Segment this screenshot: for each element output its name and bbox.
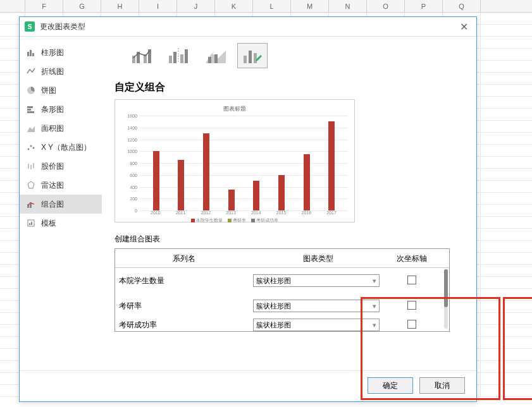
chart-type-select[interactable]: 簇状柱形图▾ bbox=[253, 300, 380, 312]
column-header[interactable]: L bbox=[253, 0, 291, 12]
chart-legend: 本院学生数量考研率考研成功率 bbox=[121, 217, 348, 224]
column-header[interactable]: H bbox=[101, 0, 139, 12]
column-header[interactable]: I bbox=[139, 0, 177, 12]
bar bbox=[253, 181, 259, 210]
chart-type-icon bbox=[26, 142, 36, 152]
change-chart-type-dialog: S 更改图表类型 ✕ 柱形图折线图饼图条形图面积图X Y（散点图）股价图雷达图组… bbox=[19, 16, 477, 402]
series-name-cell: 考研率 bbox=[115, 301, 253, 312]
combo-thumb-custom[interactable] bbox=[237, 43, 268, 68]
chart-type-icon bbox=[26, 85, 36, 95]
series-name-cell: 考研成功率 bbox=[115, 320, 253, 331]
chart-type-icon bbox=[26, 218, 36, 228]
sidebar-item-4[interactable]: 面积图 bbox=[20, 119, 102, 138]
header-series-name: 系列名 bbox=[115, 249, 253, 267]
column-header[interactable]: N bbox=[329, 0, 367, 12]
chart-type-select[interactable]: 簇状柱形图▾ bbox=[253, 274, 380, 287]
header-chart-type: 图表类型 bbox=[253, 249, 383, 267]
column-header[interactable]: M bbox=[291, 0, 329, 12]
bar bbox=[203, 133, 209, 210]
dialog-titlebar: S 更改图表类型 ✕ bbox=[20, 17, 476, 36]
column-header[interactable]: J bbox=[177, 0, 215, 12]
svg-marker-7 bbox=[27, 126, 35, 132]
svg-marker-14 bbox=[28, 181, 34, 188]
svg-rect-19 bbox=[31, 222, 32, 225]
column-header[interactable]: G bbox=[63, 0, 101, 12]
sidebar-item-1[interactable]: 折线图 bbox=[20, 62, 102, 81]
sidebar-item-label: 模板 bbox=[41, 218, 56, 229]
dialog-title: 更改图表类型 bbox=[40, 21, 456, 32]
chevron-down-icon: ▾ bbox=[373, 321, 376, 329]
subtype-thumbnails bbox=[108, 43, 464, 68]
svg-rect-1 bbox=[30, 50, 32, 56]
chart-type-icon bbox=[26, 180, 36, 190]
chevron-down-icon: ▾ bbox=[373, 302, 376, 310]
chart-type-select[interactable]: 簇状柱形图▾ bbox=[253, 319, 380, 331]
sidebar-item-6[interactable]: 股价图 bbox=[20, 157, 102, 176]
chevron-down-icon: ▾ bbox=[373, 277, 376, 285]
svg-rect-5 bbox=[27, 109, 31, 111]
column-header[interactable]: O bbox=[367, 0, 405, 12]
chart-type-icon bbox=[26, 199, 36, 209]
sidebar-item-label: 面积图 bbox=[41, 123, 64, 134]
secondary-axis-checkbox[interactable] bbox=[407, 320, 416, 329]
chart-type-icon bbox=[26, 66, 36, 76]
sidebar-item-8[interactable]: 组合图 bbox=[20, 195, 102, 214]
secondary-axis-checkbox[interactable] bbox=[407, 276, 416, 284]
app-icon: S bbox=[25, 21, 35, 32]
ok-button[interactable]: 确定 bbox=[368, 377, 413, 394]
chart-preview: 图表标题 02004006008001000120014001600 20102… bbox=[114, 99, 355, 222]
svg-rect-18 bbox=[29, 223, 30, 225]
sidebar-item-7[interactable]: 雷达图 bbox=[20, 176, 102, 195]
dialog-main-panel: 自定义组合 图表标题 02004006008001000120014001600… bbox=[102, 37, 476, 370]
sidebar-item-3[interactable]: 条形图 bbox=[20, 100, 102, 119]
bar bbox=[328, 121, 335, 210]
svg-rect-34 bbox=[254, 53, 257, 63]
combo-table-row: 本院学生数量簇状柱形图▾ bbox=[115, 268, 449, 293]
svg-rect-2 bbox=[32, 53, 34, 56]
svg-rect-31 bbox=[214, 54, 218, 63]
cancel-button[interactable]: 取消 bbox=[419, 377, 465, 394]
plot-area: 02004006008001000120014001600 bbox=[139, 116, 348, 210]
chart-category-sidebar: 柱形图折线图饼图条形图面积图X Y（散点图）股价图雷达图组合图模板 bbox=[20, 37, 102, 370]
sidebar-item-5[interactable]: X Y（散点图） bbox=[20, 138, 102, 157]
sidebar-item-0[interactable]: 柱形图 bbox=[20, 43, 102, 62]
combo-table-label: 创建组合图表 bbox=[114, 234, 464, 245]
combo-thumb-1[interactable] bbox=[127, 43, 158, 68]
combo-thumb-3[interactable] bbox=[201, 43, 231, 68]
combo-thumb-2[interactable] bbox=[164, 43, 194, 68]
sidebar-item-label: 股价图 bbox=[41, 161, 64, 172]
chart-type-icon bbox=[26, 47, 36, 58]
close-button[interactable]: ✕ bbox=[456, 19, 471, 34]
sidebar-item-label: 条形图 bbox=[41, 104, 64, 115]
svg-rect-25 bbox=[173, 52, 176, 63]
svg-rect-27 bbox=[180, 54, 183, 63]
table-scrollbar[interactable] bbox=[444, 269, 448, 329]
svg-rect-6 bbox=[27, 111, 34, 113]
svg-point-9 bbox=[30, 145, 32, 147]
sidebar-item-9[interactable]: 模板 bbox=[20, 214, 102, 233]
chart-type-icon bbox=[26, 161, 36, 171]
section-title: 自定义组合 bbox=[108, 81, 464, 94]
svg-rect-33 bbox=[249, 51, 252, 63]
header-secondary-axis: 次坐标轴 bbox=[383, 249, 440, 267]
sidebar-item-label: 组合图 bbox=[41, 199, 64, 210]
chart-type-icon bbox=[26, 104, 36, 114]
bar bbox=[304, 154, 310, 210]
column-header[interactable]: F bbox=[25, 0, 63, 12]
svg-rect-4 bbox=[27, 106, 33, 108]
secondary-axis-checkbox[interactable] bbox=[407, 301, 416, 310]
column-headers: FGHIJKLMNOPQ bbox=[0, 0, 532, 13]
column-header[interactable]: K bbox=[215, 0, 253, 12]
combo-table-header: 系列名 图表类型 次坐标轴 bbox=[115, 249, 449, 268]
svg-point-10 bbox=[33, 147, 35, 149]
column-header[interactable]: Q bbox=[443, 0, 481, 12]
series-name-cell: 本院学生数量 bbox=[115, 276, 253, 286]
chart-type-icon bbox=[26, 123, 36, 133]
svg-rect-32 bbox=[244, 56, 247, 63]
column-header[interactable]: P bbox=[405, 0, 443, 12]
sidebar-item-label: 饼图 bbox=[41, 85, 56, 96]
svg-rect-24 bbox=[169, 56, 172, 63]
combo-table-row: 考研率簇状柱形图▾ bbox=[115, 293, 449, 319]
sidebar-item-2[interactable]: 饼图 bbox=[20, 81, 102, 100]
bar bbox=[153, 151, 159, 210]
